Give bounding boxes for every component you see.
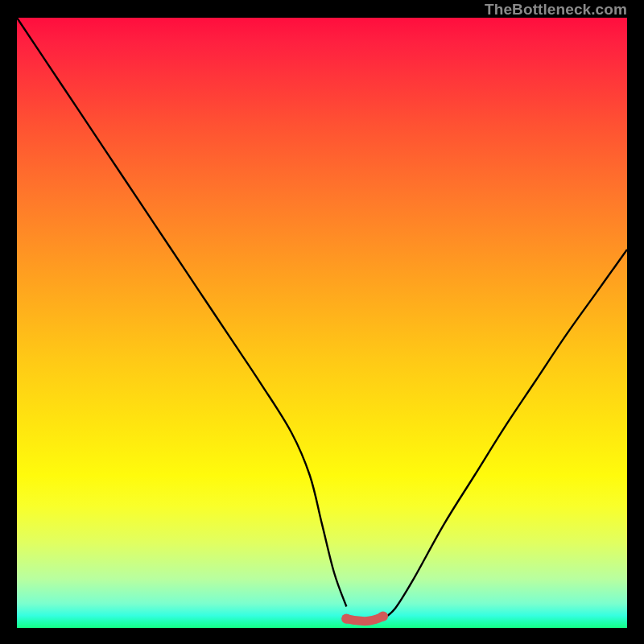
watermark-text: TheBottleneck.com [485, 1, 627, 19]
chart-gradient-background [17, 18, 627, 628]
chart-container [17, 18, 627, 628]
